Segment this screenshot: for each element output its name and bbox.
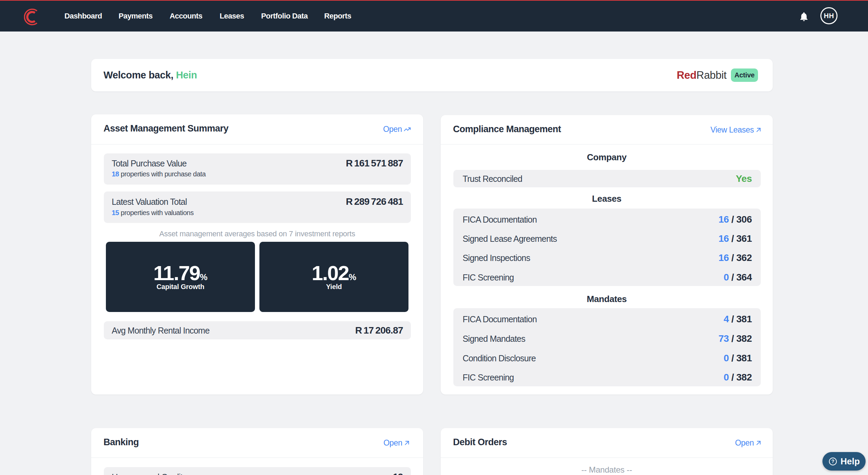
svg-text:?: ? (831, 459, 834, 464)
